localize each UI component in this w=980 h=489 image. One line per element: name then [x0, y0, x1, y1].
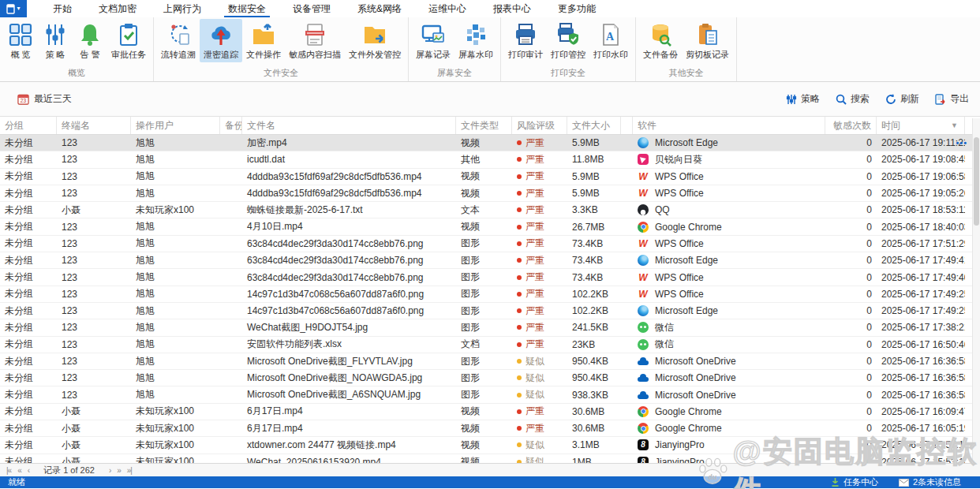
ribbon-item-print-control[interactable]: 打印管控: [547, 19, 589, 62]
unread-messages-button[interactable]: 2条未读信息: [899, 476, 961, 488]
next-group-button[interactable]: »: [117, 466, 121, 475]
cell-time: 2025-06-17 15:57:19: [877, 437, 965, 453]
menu-tab[interactable]: 开始: [39, 0, 85, 17]
col-header-software[interactable]: 软件: [633, 117, 825, 134]
ribbon-item-content-scan[interactable]: 敏感内容扫描: [285, 19, 345, 62]
cell-backup: [220, 303, 242, 319]
table-row[interactable]: 未分组 123 旭旭 4月10日.mp4 视频 严重 26.7MB Google…: [0, 218, 980, 235]
menu-tab[interactable]: 运维中心: [415, 0, 480, 17]
app-icon: [638, 322, 649, 333]
table-row[interactable]: 未分组 123 旭旭 63c84cd4dec29f3da30d174cc8ebb…: [0, 236, 980, 252]
next-page-button[interactable]: ›: [109, 466, 110, 475]
cell-filetype: 视频: [456, 420, 512, 436]
menu-tab[interactable]: 设备管理: [279, 0, 344, 17]
table-row[interactable]: 未分组 123 旭旭 Microsoft OneDrive截图_FLYVTLAV…: [0, 353, 980, 370]
filter-dropdown-icon[interactable]: ▼: [951, 121, 964, 129]
svg-text:23: 23: [21, 98, 27, 103]
app-menu-button[interactable]: ▾: [0, 0, 27, 17]
cell-group: 未分组: [0, 420, 57, 436]
prev-group-button[interactable]: «: [17, 466, 21, 475]
ribbon-item-leak-trace[interactable]: 泄密追踪: [200, 19, 242, 62]
cell-terminal: 123: [57, 169, 131, 185]
cell-software: Microsoft OneDrive: [633, 386, 825, 402]
table-row[interactable]: 未分组 123 旭旭 icudtl.dat 其他 严重 11.8MB 贝锐向日葵…: [0, 151, 980, 168]
ribbon-item-approval[interactable]: 审批任务: [107, 19, 150, 62]
cell-time: 2025-06-17 17:38:21: [877, 319, 965, 335]
ribbon-item-screen-watermark[interactable]: 屏幕水印: [454, 19, 497, 62]
col-header-filesize[interactable]: 文件大小: [567, 117, 621, 134]
vertical-scrollbar[interactable]: [972, 118, 980, 464]
table-row[interactable]: 未分组 123 旭旭 14c97c1d3b47c068c56a607dd87a6…: [0, 303, 980, 319]
ribbon-item-file-backup[interactable]: 文件备份: [639, 19, 682, 62]
table-row[interactable]: 未分组 123 旭旭 安固软件功能列表.xlsx 文档 严重 23KB 微信 0…: [0, 337, 980, 353]
menu-tab[interactable]: 数据安全: [215, 0, 279, 17]
table-row[interactable]: 未分组 小聂 未知玩家x100 WeChat_20250616153920.mp…: [0, 454, 980, 463]
cell-senscount: 0: [825, 454, 877, 463]
table-row[interactable]: 未分组 123 旭旭 Microsoft OneDrive截图_NOAWGDA5…: [0, 370, 980, 386]
table-row[interactable]: 未分组 123 旭旭 63c84cd4dec29f3da30d174cc8ebb…: [0, 269, 980, 286]
cell-senscount: 0: [825, 370, 877, 386]
menu-tab[interactable]: 更多功能: [544, 0, 609, 17]
col-header-user[interactable]: 操作用户: [131, 117, 220, 134]
ribbon-item-file-operation[interactable]: 文件操作: [242, 19, 285, 62]
ribbon-item-clipboard-record[interactable]: 剪切板记录: [682, 19, 733, 62]
col-header-filetype[interactable]: 文件类型: [456, 117, 512, 134]
ribbon-item-print-audit[interactable]: 打印审计: [504, 19, 547, 62]
col-header-senscount[interactable]: 敏感次数: [825, 117, 877, 134]
table-row[interactable]: 未分组 123 旭旭 WeChat截图_H9DOJT54.jpg 图形 严重 2…: [0, 319, 980, 336]
row-actions-ellipsis[interactable]: •••: [956, 138, 967, 147]
menu-tab[interactable]: 文档加密: [85, 0, 150, 17]
menu-tab[interactable]: 报表中心: [480, 0, 544, 17]
last-page-button[interactable]: »|: [127, 466, 132, 475]
export-button[interactable]: 导出: [935, 92, 969, 106]
table-row[interactable]: 未分组 123 旭旭 14c97c1d3b47c068c56a607dd87a6…: [0, 286, 980, 303]
menu-tab[interactable]: 系统&网络: [344, 0, 415, 17]
menu-tab[interactable]: 上网行为: [150, 0, 215, 17]
table-row[interactable]: 未分组 123 旭旭 4dddba93c15fdf69af29c8dcf5dfb…: [0, 169, 980, 185]
first-page-button[interactable]: |«: [6, 466, 11, 475]
col-header-backup[interactable]: 备份: [220, 117, 242, 134]
cell-user: 未知玩家x100: [131, 404, 220, 420]
refresh-button[interactable]: 刷新: [885, 92, 919, 106]
col-header-risk[interactable]: 风险评级: [512, 117, 567, 134]
search-button[interactable]: 搜索: [836, 92, 870, 106]
table-row[interactable]: 未分组 小聂 未知玩家x100 蜘蛛链接最新-2025-6-17.txt 文本 …: [0, 202, 980, 218]
cell-filesize: 1MB: [567, 454, 621, 463]
table-row[interactable]: 未分组 小聂 未知玩家x100 6月17日.mp4 视频 严重 30.6MB G…: [0, 420, 980, 437]
cell-risk: 严重: [512, 337, 567, 353]
cell-terminal: 123: [57, 269, 131, 285]
cell-filename: 63c84cd4dec29f3da30d174cc8ebb76.png: [242, 236, 456, 252]
table-row[interactable]: 未分组 123 旭旭 Microsoft OneDrive截图_A6SNQUAM…: [0, 386, 980, 403]
ribbon-item-file-outgoing[interactable]: 文件外发管控: [345, 19, 405, 62]
ribbon-item-print-watermark[interactable]: A 打印水印: [589, 19, 632, 62]
ribbon-item-policy[interactable]: 策 略: [38, 19, 73, 62]
cell-group: 未分组: [0, 454, 57, 463]
cell-backup: [220, 135, 242, 151]
col-header-time[interactable]: 时间▼: [877, 117, 965, 134]
table-row[interactable]: 未分组 123 旭旭 4dddba93c15fdf69af29c8dcf5dfb…: [0, 185, 980, 202]
policy-button[interactable]: 策略: [786, 92, 820, 106]
prev-page-button[interactable]: ‹: [28, 466, 29, 475]
col-header-group[interactable]: 分组: [0, 117, 57, 134]
cell-backup: [220, 337, 242, 353]
cell-filename: 4dddba93c15fdf69af29c8dcf5dfb536.mp4: [242, 169, 456, 185]
scrollbar-thumb[interactable]: [974, 137, 979, 226]
ribbon-item-overview[interactable]: 概 览: [3, 19, 38, 62]
ribbon-item-alarm[interactable]: 告 警: [73, 19, 107, 62]
search-icon: [836, 94, 847, 105]
cell-user: 未知玩家x100: [131, 437, 220, 453]
table-row[interactable]: 未分组 小聂 未知玩家x100 6月17日.mp4 视频 严重 30.6MB G…: [0, 404, 980, 420]
task-center-button[interactable]: 任务中心: [831, 476, 878, 488]
risk-dot-icon: [517, 191, 522, 196]
ribbon-item-flow-trace[interactable]: 流转追溯: [157, 19, 200, 62]
cell-software: WPS Office: [633, 185, 825, 201]
ribbon-item-screen-record[interactable]: 屏幕记录: [412, 19, 454, 62]
col-header-terminal[interactable]: 终端名: [57, 117, 131, 134]
cell-risk: 严重: [512, 135, 567, 151]
table-row[interactable]: 未分组 123 旭旭 63c84cd4dec29f3da30d174cc8ebb…: [0, 252, 980, 269]
cell-time: 2025-06-17 19:06:58: [877, 169, 965, 185]
col-header-filename[interactable]: 文件名: [242, 117, 456, 134]
table-row[interactable]: 未分组 小聂 未知玩家x100 xtdowner.com 24477 视频链接.…: [0, 437, 980, 454]
date-range-filter[interactable]: 23 最近三天: [17, 92, 72, 106]
table-row[interactable]: 未分组 123 旭旭 加密.mp4 视频 严重 5.9MB Microsoft …: [0, 135, 980, 151]
